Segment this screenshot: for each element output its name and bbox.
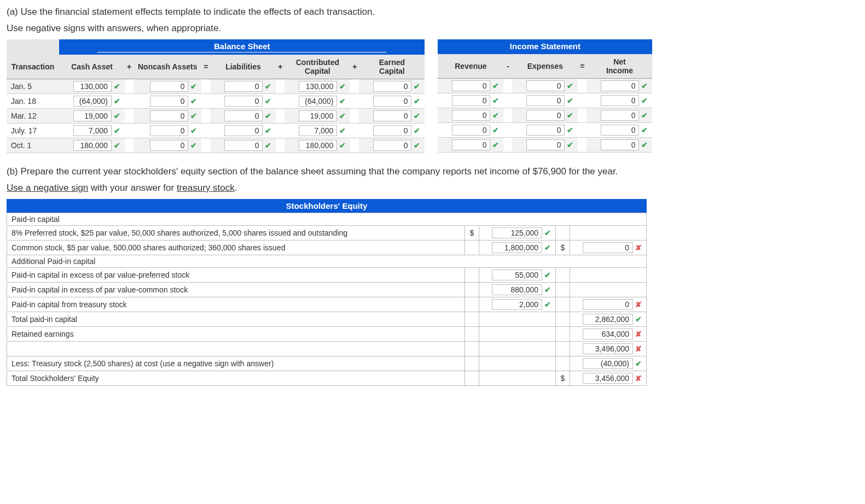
row-total-pic: Total paid-in capital [7, 312, 465, 327]
input-net-3[interactable]: 0 [601, 125, 639, 136]
check-icon: ✔ [567, 126, 573, 134]
check-icon: ✔ [492, 126, 499, 134]
input-earned-0[interactable]: 0 [373, 81, 411, 92]
input-cash-0[interactable]: 130,000 [73, 81, 112, 92]
input-contrib-0[interactable]: 130,000 [299, 81, 337, 92]
input-cash-2[interactable]: 19,000 [73, 110, 112, 121]
check-icon: ✔ [635, 359, 642, 368]
cross-icon: ✘ [635, 300, 642, 309]
input-noncash-2[interactable]: 0 [150, 110, 188, 121]
stockholders-equity-table: Paid-in capital 8% Preferred stock, $25 … [7, 213, 647, 386]
input-pic-com[interactable]: 880,000 [492, 284, 542, 295]
input-cash-3[interactable]: 7,000 [73, 125, 112, 136]
check-icon: ✔ [641, 126, 648, 134]
input-net-2[interactable]: 0 [601, 110, 639, 121]
dollar-sign: $ [556, 371, 570, 386]
row-pic-pref: Paid-in capital in excess of par value-p… [7, 268, 465, 283]
op-eq: = [201, 55, 210, 79]
input-total-se[interactable]: 3,456,000 [583, 373, 633, 384]
input-liab-2[interactable]: 0 [224, 110, 263, 121]
input-rev-3[interactable]: 0 [452, 125, 490, 136]
input-net-1[interactable]: 0 [601, 95, 639, 106]
input-exp-4[interactable]: 0 [526, 139, 565, 150]
input-noncash-0[interactable]: 0 [150, 81, 188, 92]
input-liab-3[interactable]: 0 [224, 125, 263, 136]
check-icon: ✔ [641, 81, 648, 90]
row-total-se: Total Stockholders' Equity [7, 371, 465, 386]
input-liab-0[interactable]: 0 [224, 81, 263, 92]
check-icon: ✔ [635, 315, 642, 324]
input-cash-4[interactable]: 180,000 [73, 140, 112, 151]
check-icon: ✔ [265, 126, 271, 135]
input-noncash-4[interactable]: 0 [150, 140, 188, 151]
balance-sheet-title: Balance Sheet [214, 42, 270, 51]
input-less-ts[interactable]: (40,000) [583, 358, 633, 369]
input-exp-0[interactable]: 0 [526, 80, 565, 91]
cross-icon: ✘ [635, 243, 642, 252]
input-subtotal[interactable]: 3,496,000 [583, 343, 633, 354]
input-contrib-2[interactable]: 19,000 [299, 110, 337, 121]
check-icon: ✔ [114, 97, 120, 106]
check-icon: ✔ [567, 140, 573, 149]
check-icon: ✔ [265, 82, 271, 91]
input-common[interactable]: 1,800,000 [492, 242, 542, 253]
row-pic-ts: Paid-in capital from treasury stock [7, 297, 465, 312]
row-date: Oct. 1 [7, 138, 59, 153]
row-paid-in-capital: Paid-in capital [7, 213, 647, 226]
input-contrib-1[interactable]: (64,000) [299, 96, 337, 107]
input-earned-4[interactable]: 0 [373, 140, 411, 151]
check-icon: ✔ [641, 111, 648, 120]
income-statement-title: Income Statement [510, 42, 580, 51]
check-icon: ✔ [190, 112, 197, 120]
check-icon: ✔ [641, 140, 648, 149]
col-revenue: Revenue [438, 54, 503, 79]
input-liab-4[interactable]: 0 [224, 140, 263, 151]
stockholders-equity-title: Stockholders' Equity [7, 199, 647, 213]
row-preferred-stock: 8% Preferred stock, $25 par value, 50,00… [7, 226, 465, 241]
check-icon: ✔ [339, 82, 346, 91]
check-icon: ✔ [492, 111, 499, 120]
input-liab-1[interactable]: 0 [224, 96, 263, 107]
col-expenses: Expenses [512, 54, 578, 79]
input-re[interactable]: 634,000 [583, 329, 633, 339]
col-net: NetIncome [587, 54, 652, 79]
row-subtotal [7, 342, 465, 356]
row-less-ts: Less: Treasury stock (2,500 shares) at c… [7, 356, 465, 371]
input-net-0[interactable]: 0 [601, 80, 639, 91]
check-icon: ✔ [414, 141, 420, 150]
input-contrib-4[interactable]: 180,000 [299, 140, 337, 151]
check-icon: ✔ [114, 126, 120, 135]
balance-sheet-table: Balance Sheet Transaction Cash Asset + N… [7, 39, 425, 153]
input-rev-4[interactable]: 0 [452, 139, 490, 150]
input-common-sum[interactable]: 0 [583, 242, 633, 253]
check-icon: ✔ [544, 285, 551, 294]
input-exp-2[interactable]: 0 [526, 110, 565, 121]
input-earned-3[interactable]: 0 [373, 125, 411, 136]
input-contrib-3[interactable]: 7,000 [299, 125, 337, 136]
check-icon: ✔ [114, 112, 120, 120]
input-rev-0[interactable]: 0 [452, 80, 490, 91]
input-net-4[interactable]: 0 [601, 139, 639, 150]
input-pic-ts[interactable]: 2,000 [492, 299, 542, 310]
input-pic-ts-sum[interactable]: 0 [583, 299, 633, 310]
input-earned-2[interactable]: 0 [373, 110, 411, 121]
input-cash-1[interactable]: (64,000) [73, 96, 112, 107]
check-icon: ✔ [190, 97, 197, 106]
row-date: Jan. 18 [7, 94, 59, 109]
input-earned-1[interactable]: 0 [373, 96, 411, 107]
input-rev-1[interactable]: 0 [452, 95, 490, 106]
check-icon: ✔ [114, 141, 120, 150]
check-icon: ✔ [414, 97, 420, 106]
check-icon: ✔ [339, 112, 346, 120]
input-pic-pref[interactable]: 55,000 [492, 269, 542, 280]
input-total-pic[interactable]: 2,862,000 [583, 314, 633, 325]
input-exp-3[interactable]: 0 [526, 125, 565, 136]
input-preferred[interactable]: 125,000 [492, 227, 542, 238]
income-statement-table: Income Statement Revenue - Expenses = Ne… [438, 39, 652, 153]
col-noncash: Noncash Assets [133, 55, 201, 79]
input-rev-2[interactable]: 0 [452, 110, 490, 121]
input-exp-1[interactable]: 0 [526, 95, 565, 106]
check-icon: ✔ [190, 126, 197, 135]
input-noncash-1[interactable]: 0 [150, 96, 188, 107]
input-noncash-3[interactable]: 0 [150, 125, 188, 136]
